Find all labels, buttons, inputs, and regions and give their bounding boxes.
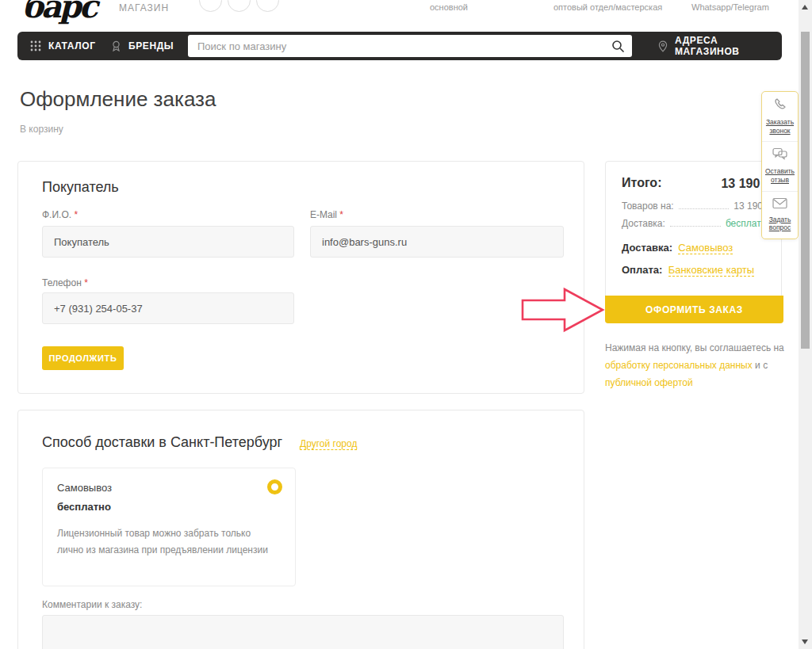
payment-method-row: Оплата: Банковские карты xyxy=(606,264,781,276)
leave-review-label: Оставить отзыв xyxy=(764,167,796,184)
order-summary: Итого: 13 190 ₽ Товаров на: 13 190 ₽ Дос… xyxy=(605,161,782,323)
contact-widget: Заказать звонок Оставить отзыв Задать во… xyxy=(761,91,799,239)
phone-label-wholesale: оптовый отдел/мастерская xyxy=(553,2,662,12)
delivery-option-radio[interactable] xyxy=(267,479,282,494)
phone-label-main: основной xyxy=(430,2,468,12)
delivery-method-row: Доставка: Самовывоз xyxy=(606,242,781,254)
delivery-section: Способ доставки в Санкт-Петербург Другой… xyxy=(17,410,584,649)
change-city-link[interactable]: Другой город xyxy=(300,438,357,450)
request-call-label: Заказать звонок xyxy=(764,118,796,135)
social-icon-3[interactable] xyxy=(256,0,279,12)
bars-logo[interactable]: барс xyxy=(22,0,96,25)
search-icon[interactable] xyxy=(603,35,632,57)
delivery-option-card[interactable]: Самовывоз бесплатно Лицензионный товар м… xyxy=(42,468,296,586)
leave-review-button[interactable]: Оставить отзыв xyxy=(762,141,798,190)
email-field-label: E-Mail * xyxy=(310,209,343,220)
phone-label-messengers: Whatsapp/Telegram xyxy=(691,2,769,12)
badge-icon xyxy=(111,40,121,52)
email-field[interactable] xyxy=(310,226,564,258)
payment-method-link[interactable]: Банковские карты xyxy=(668,264,755,277)
store-search xyxy=(188,35,632,57)
grid-icon xyxy=(30,40,41,52)
buyer-heading: Покупатель xyxy=(42,179,119,196)
summary-row-delivery: Доставка: бесплатно xyxy=(606,218,781,229)
back-to-cart-link[interactable]: В корзину xyxy=(20,124,63,135)
phone-field[interactable] xyxy=(42,292,294,324)
delivery-option-price: бесплатно xyxy=(57,501,111,513)
search-input[interactable] xyxy=(188,40,603,52)
summary-row-items: Товаров на: 13 190 ₽ xyxy=(606,200,781,212)
request-call-button[interactable]: Заказать звонок xyxy=(762,92,798,141)
consent-text: Нажимая на кнопку, вы соглашаетесь на об… xyxy=(605,339,786,392)
required-mark: * xyxy=(74,209,78,220)
location-pin-icon xyxy=(658,40,668,52)
scroll-down-arrow[interactable] xyxy=(802,639,808,644)
name-field[interactable] xyxy=(42,226,294,258)
required-mark: * xyxy=(84,277,88,288)
name-field-label: Ф.И.О. * xyxy=(42,209,78,220)
delivery-method-link[interactable]: Самовывоз xyxy=(678,242,733,254)
phone-icon xyxy=(773,97,787,115)
delivery-heading: Способ доставки в Санкт-Петербург xyxy=(42,434,282,451)
addresses-label: АДРЕСА МАГАЗИНОВ xyxy=(675,35,782,57)
required-mark: * xyxy=(339,209,343,220)
catalog-button[interactable]: КАТАЛОГ xyxy=(30,32,96,60)
public-offer-link[interactable]: публичной офертой xyxy=(605,377,693,388)
catalog-label: КАТАЛОГ xyxy=(48,40,96,52)
social-icon-2[interactable] xyxy=(228,0,251,12)
ask-question-label: Задать вопрос xyxy=(764,216,796,232)
scrollbar-thumb[interactable] xyxy=(801,32,810,349)
main-navbar: КАТАЛОГ БРЕНДЫ АДРЕСА МАГАЗИНОВ xyxy=(17,32,782,60)
annotation-arrow xyxy=(520,286,606,334)
page-scrollbar[interactable] xyxy=(799,0,812,649)
brands-label: БРЕНДЫ xyxy=(128,40,174,52)
delivery-option-name: Самовывоз xyxy=(57,482,112,494)
store-subtitle: МАГАЗИН xyxy=(119,2,169,13)
continue-button[interactable]: ПРОДОЛЖИТЬ xyxy=(42,346,124,370)
personal-data-link[interactable]: обработку персональных данных xyxy=(605,360,753,371)
ask-question-button[interactable]: Задать вопрос xyxy=(762,191,798,239)
scroll-up-arrow[interactable] xyxy=(802,5,808,10)
social-icon-1[interactable] xyxy=(199,0,222,12)
buyer-section: Покупатель Ф.И.О. * E-Mail * Телефон * П… xyxy=(17,161,584,394)
brands-button[interactable]: БРЕНДЫ xyxy=(111,32,174,60)
store-addresses-button[interactable]: АДРЕСА МАГАЗИНОВ xyxy=(658,32,782,60)
mail-icon xyxy=(772,197,787,212)
place-order-button[interactable]: ОФОРМИТЬ ЗАКАЗ xyxy=(605,296,783,323)
order-comments-input[interactable] xyxy=(42,615,564,649)
order-comments-label: Комментарии к заказу: xyxy=(42,599,142,610)
delivery-option-note: Лицензионный товар можно забрать только … xyxy=(57,525,275,559)
total-label: Итого: xyxy=(622,176,661,191)
chat-icon xyxy=(772,147,788,164)
page-title: Оформление заказа xyxy=(20,87,216,112)
phone-field-label: Телефон * xyxy=(42,277,88,288)
